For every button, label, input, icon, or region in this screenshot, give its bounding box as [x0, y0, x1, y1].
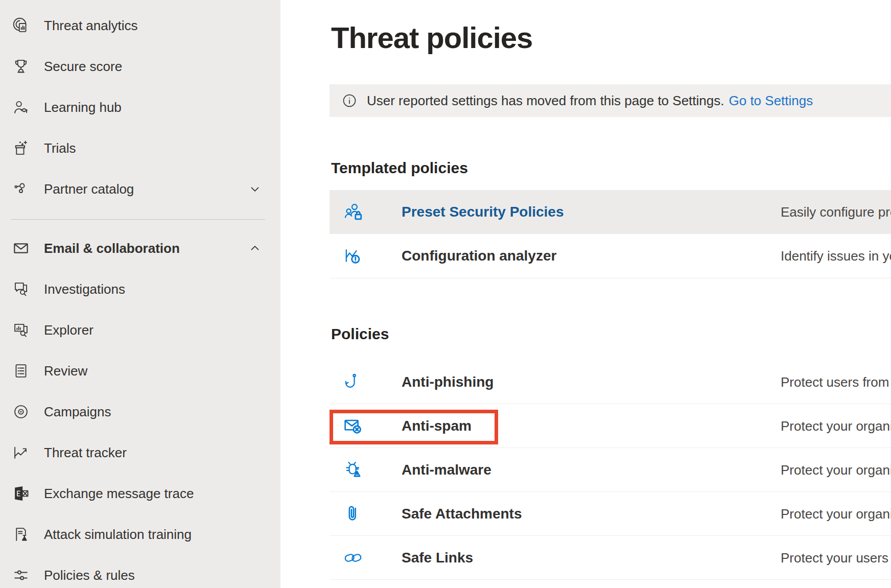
sidebar-item-trials[interactable]: Trials	[0, 128, 280, 169]
row-configuration-analyzer[interactable]: Configuration analyzer Identify issues i…	[330, 234, 891, 278]
sidebar-item-attack-simulation-training[interactable]: Attack simulation training	[0, 514, 280, 555]
row-label[interactable]: Safe Attachments	[402, 506, 522, 522]
safe-links-icon	[341, 547, 365, 569]
row-safe-attachments[interactable]: Safe Attachments Protect your organiz	[330, 492, 891, 536]
threat-policies-page: Threat analytics Secure score Learning h…	[0, 0, 891, 588]
trials-icon	[11, 138, 31, 158]
investigations-icon	[11, 279, 31, 299]
sidebar-item-label: Threat analytics	[44, 18, 138, 34]
sidebar-item-policies-rules[interactable]: Policies & rules	[0, 555, 280, 588]
banner-text: User reported settings has moved from th…	[367, 93, 724, 109]
threat-tracker-icon	[11, 443, 31, 462]
sidebar-item-email-collaboration[interactable]: Email & collaboration	[0, 228, 280, 269]
sidebar-item-threat-tracker[interactable]: Threat tracker	[0, 432, 280, 473]
row-anti-malware[interactable]: Anti-malware Protect your organiz	[330, 448, 891, 492]
section-heading-templated-policies: Templated policies	[331, 159, 468, 177]
chevron-up-icon[interactable]	[248, 242, 262, 255]
sidebar: Threat analytics Secure score Learning h…	[0, 0, 280, 588]
sidebar-item-partner-catalog[interactable]: Partner catalog	[0, 169, 280, 209]
row-label[interactable]: Configuration analyzer	[402, 248, 556, 264]
sidebar-item-label: Learning hub	[44, 100, 122, 115]
sidebar-item-learning-hub[interactable]: Learning hub	[0, 87, 280, 128]
sidebar-item-label: Review	[44, 363, 87, 379]
email-collaboration-icon	[11, 239, 31, 258]
anti-phishing-icon	[341, 371, 365, 393]
secure-score-icon	[11, 57, 31, 76]
page-title: Threat policies	[331, 20, 532, 55]
sidebar-item-label: Threat tracker	[44, 445, 127, 461]
sidebar-item-label: Explorer	[44, 322, 93, 338]
row-label[interactable]: Safe Links	[402, 550, 473, 566]
row-description: Protect your users fr	[781, 550, 891, 566]
row-description: Protect your organiz	[781, 462, 891, 478]
sidebar-item-explorer[interactable]: Explorer	[0, 310, 280, 350]
row-description: Protect your organiz	[781, 418, 891, 434]
chevron-down-icon[interactable]	[248, 182, 262, 196]
row-description: Protect users from p	[781, 374, 891, 390]
row-label[interactable]: Anti-spam	[402, 418, 472, 434]
row-description: Easily configure prot	[781, 204, 891, 220]
sidebar-item-label: Attack simulation training	[44, 527, 192, 543]
main-content: Threat policies User reported settings h…	[280, 0, 891, 588]
row-label[interactable]: Anti-phishing	[402, 374, 494, 390]
threat-analytics-icon	[11, 16, 31, 35]
row-preset-security-policies[interactable]: Preset Security Policies Easily configur…	[330, 190, 891, 234]
row-safe-links[interactable]: Safe Links Protect your users fr	[330, 536, 891, 580]
info-banner: User reported settings has moved from th…	[330, 84, 891, 117]
sidebar-item-threat-analytics[interactable]: Threat analytics	[0, 5, 280, 46]
sidebar-item-label: Trials	[44, 140, 76, 156]
sidebar-item-secure-score[interactable]: Secure score	[0, 46, 280, 87]
configuration-analyzer-icon	[341, 245, 365, 267]
section-heading-policies: Policies	[331, 325, 389, 343]
info-icon	[341, 92, 358, 109]
sidebar-item-label: Secure score	[44, 59, 122, 75]
row-anti-phishing[interactable]: Anti-phishing Protect users from p	[330, 360, 891, 404]
campaigns-icon	[11, 402, 31, 421]
sidebar-item-label: Investigations	[44, 281, 125, 297]
sidebar-item-label: Campaigns	[44, 404, 111, 420]
review-icon	[11, 361, 31, 381]
sidebar-item-review[interactable]: Review	[0, 350, 280, 391]
attack-simulation-training-icon	[11, 525, 31, 544]
templated-policies-list: Preset Security Policies Easily configur…	[330, 190, 891, 278]
preset-security-policies-icon	[341, 201, 365, 223]
exchange-message-trace-icon	[11, 484, 31, 503]
sidebar-item-label: Email & collaboration	[44, 241, 180, 256]
sidebar-item-label: Exchange message trace	[44, 486, 194, 502]
sidebar-item-label: Partner catalog	[44, 181, 134, 197]
explorer-icon	[11, 320, 31, 340]
row-label[interactable]: Preset Security Policies	[402, 204, 564, 220]
learning-hub-icon	[11, 98, 31, 117]
anti-malware-icon	[341, 459, 365, 481]
sidebar-item-label: Policies & rules	[44, 568, 135, 583]
safe-attachments-icon	[341, 503, 365, 525]
policies-rules-icon	[11, 566, 31, 585]
row-label[interactable]: Anti-malware	[402, 462, 491, 478]
partner-catalog-icon	[11, 179, 31, 199]
sidebar-item-exchange-message-trace[interactable]: Exchange message trace	[0, 473, 280, 514]
row-anti-spam[interactable]: Anti-spam Protect your organiz	[330, 404, 891, 448]
go-to-settings-link[interactable]: Go to Settings	[729, 93, 813, 109]
policies-list: Anti-phishing Protect users from p Anti-…	[330, 360, 891, 580]
sidebar-item-campaigns[interactable]: Campaigns	[0, 391, 280, 432]
anti-spam-icon	[341, 415, 365, 437]
row-description: Protect your organiz	[781, 506, 891, 522]
row-description: Identify issues in you	[781, 248, 891, 264]
sidebar-item-investigations[interactable]: Investigations	[0, 269, 280, 310]
sidebar-divider	[11, 219, 265, 220]
